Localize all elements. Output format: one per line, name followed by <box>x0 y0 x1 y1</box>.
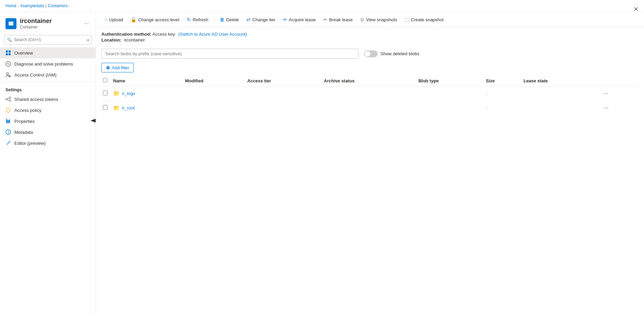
delete-button[interactable]: 🗑 Delete <box>216 15 243 24</box>
sidebar-more-button[interactable]: ··· <box>83 19 90 28</box>
blobs-table-element: Name Modified Access tier Archive status… <box>101 75 639 115</box>
sidebar-item-access-policy[interactable]: Access policy <box>0 105 96 116</box>
svg-point-9 <box>6 98 8 100</box>
location-line: Location: ircontainer <box>101 37 639 43</box>
show-deleted-toggle[interactable] <box>364 50 378 57</box>
svg-rect-1 <box>9 22 13 23</box>
search-icon: 🔍 <box>7 37 12 42</box>
view-snapshots-label: View snapshots <box>366 17 397 22</box>
acquire-lease-button[interactable]: ✏ Acquire lease <box>280 15 319 24</box>
row-archive-status-2 <box>323 101 417 115</box>
blob-search-bar: Show deleted blobs <box>96 46 644 61</box>
break-icon: ✂ <box>323 17 327 22</box>
row-more-button-1[interactable]: ··· <box>601 89 610 98</box>
iam-label: Access Control (IAM) <box>14 72 57 78</box>
create-snapshot-label: Create snapshot <box>411 17 443 22</box>
row-modified-1 <box>184 86 246 101</box>
create-snapshot-button[interactable]: ⬚ Create snapshot <box>401 15 447 24</box>
iam-icon <box>5 72 11 78</box>
auth-switch-link[interactable]: (Switch to Azure AD User Account) <box>178 32 247 37</box>
row-blob-type-2 <box>417 101 485 115</box>
toolbar: ↑ Upload 🔒 Change access level ↻ Refresh… <box>96 12 644 27</box>
svg-rect-14 <box>9 119 10 123</box>
table-row: 📁 ir_root - ··· <box>101 101 639 115</box>
svg-rect-2 <box>6 50 8 52</box>
editor-label: Editor (preview) <box>14 141 46 146</box>
upload-label: Upload <box>109 17 123 22</box>
acquire-lease-label: Acquire lease <box>289 17 316 22</box>
row-lease-state-1 <box>522 86 600 101</box>
blob-search-input[interactable] <box>101 49 359 59</box>
breadcrumb-sep3: › <box>69 4 71 8</box>
diagnose-label: Diagnose and solve problems <box>14 61 73 67</box>
lease-state-header[interactable]: Lease state <box>522 75 600 86</box>
sidebar-item-overview[interactable]: Overview <box>0 47 96 58</box>
metadata-icon: i <box>5 129 11 135</box>
breadcrumb-irsampledata[interactable]: irsampledata <box>21 3 44 8</box>
sidebar-item-diagnose[interactable]: Diagnose and solve problems <box>0 58 96 69</box>
breadcrumb-sep2: | <box>45 3 46 8</box>
breadcrumb-sep1: › <box>18 4 19 8</box>
row-more-button-2[interactable]: ··· <box>601 104 610 112</box>
breadcrumb-home[interactable]: Home <box>5 3 16 8</box>
tier-icon: ⇄ <box>246 17 251 22</box>
blob-type-header[interactable]: Blob type <box>417 75 485 86</box>
svg-rect-13 <box>8 120 9 123</box>
auth-method-label: Authentication method: <box>101 32 151 37</box>
snapshot-view-icon: ⊙ <box>360 17 364 22</box>
row-checkbox-1[interactable] <box>103 91 108 95</box>
blob-table: Name Modified Access tier Archive status… <box>96 75 644 315</box>
svg-point-11 <box>9 100 11 102</box>
sidebar-item-iam[interactable]: Access Control (IAM) <box>0 69 96 80</box>
folder-icon-1: 📁 <box>113 90 120 97</box>
archive-status-header[interactable]: Archive status <box>323 75 417 86</box>
properties-label: Properties <box>14 119 35 124</box>
size-header[interactable]: Size <box>485 75 522 86</box>
properties-icon <box>5 118 11 124</box>
show-deleted-label: Show deleted blobs <box>380 51 419 56</box>
row-modified-2 <box>184 101 246 115</box>
upload-button[interactable]: ↑ Upload <box>101 15 126 24</box>
sidebar: ircontainer Container ··· 🔍 « Overview D… <box>0 12 96 315</box>
svg-rect-5 <box>9 53 11 55</box>
row-checkbox-cell <box>101 86 112 101</box>
search-input[interactable] <box>4 35 92 45</box>
select-all-checkbox[interactable] <box>103 78 107 82</box>
change-access-label: Change access level <box>138 17 179 22</box>
info-area: Authentication method: Access key (Switc… <box>96 27 644 46</box>
add-filter-button[interactable]: ⊕ Add filter <box>101 63 134 72</box>
change-access-button[interactable]: 🔒 Change access level <box>127 15 183 24</box>
name-header[interactable]: Name <box>112 75 184 86</box>
arrow-annotation <box>89 116 96 127</box>
content-area: ↑ Upload 🔒 Change access level ↻ Refresh… <box>96 12 644 315</box>
refresh-button[interactable]: ↻ Refresh <box>183 15 212 24</box>
row-checkbox-2[interactable] <box>103 105 108 110</box>
close-button[interactable]: ✕ <box>632 4 640 14</box>
view-snapshots-button[interactable]: ⊙ View snapshots <box>357 15 401 24</box>
folder-link-2[interactable]: 📁 ir_root <box>113 105 180 111</box>
breadcrumb-containers[interactable]: Containers <box>48 3 68 8</box>
breadcrumb: Home › irsampledata | Containers › ✕ <box>0 0 644 12</box>
location-label: Location: <box>101 37 122 43</box>
show-deleted-toggle-area: Show deleted blobs <box>364 50 419 57</box>
location-value: ircontainer <box>124 37 145 43</box>
table-header: Name Modified Access tier Archive status… <box>101 75 639 86</box>
break-lease-button[interactable]: ✂ Break lease <box>320 15 356 24</box>
row-size-1: - <box>485 86 522 101</box>
sidebar-item-properties[interactable]: Properties <box>0 116 96 127</box>
sidebar-item-shared-access[interactable]: Shared access tokens <box>0 94 96 105</box>
sidebar-item-metadata[interactable]: i Metadata <box>0 127 96 138</box>
sidebar-item-editor[interactable]: Editor (preview) <box>0 138 96 149</box>
overview-icon <box>5 50 11 56</box>
access-tier-header[interactable]: Access tier <box>246 75 323 86</box>
refresh-label: Refresh <box>193 17 208 22</box>
svg-text:i: i <box>8 130 9 134</box>
modified-header[interactable]: Modified <box>184 75 246 86</box>
row-access-tier-1 <box>246 86 323 101</box>
folder-link-1[interactable]: 📁 ir_logs <box>113 90 180 97</box>
collapse-sidebar-button[interactable]: « <box>87 37 89 43</box>
lock-icon: 🔒 <box>131 17 136 22</box>
svg-rect-4 <box>6 53 8 55</box>
folder-name-text-2: ir_root <box>122 105 135 110</box>
change-tier-button[interactable]: ⇄ Change tier <box>243 15 279 24</box>
